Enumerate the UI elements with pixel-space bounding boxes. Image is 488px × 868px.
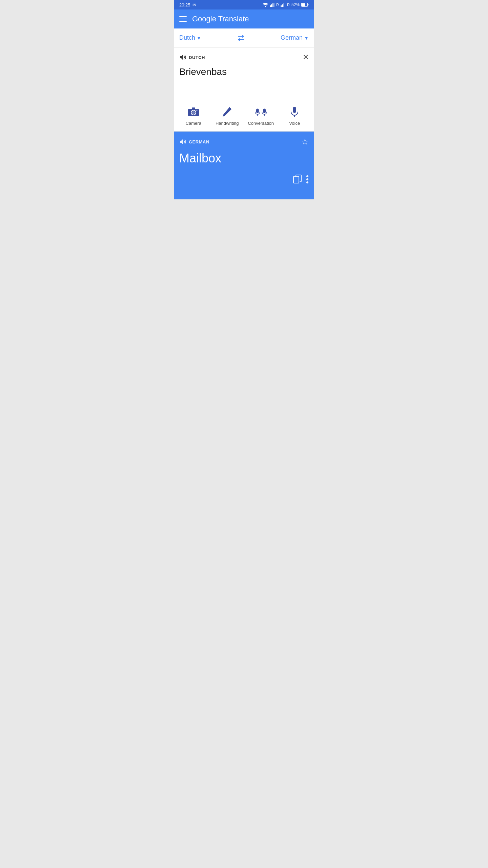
voice-tool[interactable]: Voice <box>278 106 312 126</box>
translation-text-display: Mailbox <box>179 151 309 166</box>
status-time: 20:25 <box>179 2 190 7</box>
input-speaker-button[interactable] <box>179 54 186 61</box>
app-title-google: Google <box>192 15 216 23</box>
handwriting-tool[interactable]: Handwriting <box>210 106 244 126</box>
status-right: R R 52% <box>263 2 309 7</box>
hamburger-line <box>179 21 187 22</box>
svg-point-15 <box>196 110 197 111</box>
wifi-icon <box>263 3 268 7</box>
more-options-button[interactable] <box>306 175 309 184</box>
input-text-display[interactable]: Brievenbas <box>179 66 309 78</box>
svg-rect-1 <box>270 5 271 7</box>
battery-percent: 52% <box>291 2 300 7</box>
status-left: 20:25 ✉ <box>179 2 196 7</box>
voice-label: Voice <box>289 121 300 126</box>
target-language-label: German <box>281 34 303 41</box>
conversation-icon <box>255 106 267 118</box>
language-bar: Dutch ▼ German ▼ <box>174 28 314 47</box>
svg-rect-18 <box>263 109 266 113</box>
svg-rect-7 <box>283 3 284 7</box>
svg-rect-14 <box>192 107 195 109</box>
hamburger-line <box>179 19 187 19</box>
hamburger-line <box>179 16 187 17</box>
app-bar: Google Translate <box>174 9 314 28</box>
signal2-label: R <box>287 3 290 7</box>
clear-input-button[interactable]: ✕ <box>303 53 309 62</box>
status-bar: 20:25 ✉ R <box>174 0 314 9</box>
translation-area: GERMAN ☆ Mailbox <box>174 132 314 199</box>
translation-label-row: GERMAN ☆ <box>179 137 309 146</box>
swap-languages-button[interactable] <box>236 35 246 41</box>
source-language-label: Dutch <box>179 34 195 41</box>
translation-language-text: GERMAN <box>189 139 209 144</box>
svg-point-23 <box>306 175 308 177</box>
translation-speaker-button[interactable] <box>179 138 186 145</box>
handwriting-icon <box>221 106 233 118</box>
camera-label: Camera <box>186 121 201 126</box>
tools-row: Camera Handwriting Conversation <box>174 102 314 132</box>
camera-icon <box>187 106 200 118</box>
menu-button[interactable] <box>179 16 187 22</box>
svg-rect-8 <box>285 3 285 7</box>
conversation-label: Conversation <box>248 121 274 126</box>
source-language-selector[interactable]: Dutch ▼ <box>179 34 201 41</box>
voice-icon <box>288 106 301 118</box>
svg-point-24 <box>306 178 308 180</box>
handwriting-label: Handwriting <box>216 121 239 126</box>
source-language-dropdown-arrow: ▼ <box>197 35 201 41</box>
svg-rect-2 <box>271 4 272 7</box>
signal1-label: R <box>276 3 279 7</box>
input-language-text: DUTCH <box>189 55 205 60</box>
svg-point-25 <box>306 181 308 183</box>
svg-rect-6 <box>282 4 283 7</box>
signal1-icon <box>270 3 274 7</box>
svg-point-13 <box>192 111 195 114</box>
conversation-tool[interactable]: Conversation <box>244 106 278 126</box>
target-language-selector[interactable]: German ▼ <box>281 34 309 41</box>
input-area: DUTCH ✕ Brievenbas <box>174 47 314 102</box>
svg-rect-4 <box>274 3 274 7</box>
svg-rect-3 <box>272 3 273 7</box>
svg-rect-16 <box>256 109 259 113</box>
app-title-translate: Translate <box>216 15 249 23</box>
copy-button[interactable] <box>293 175 302 184</box>
target-language-dropdown-arrow: ▼ <box>304 35 309 41</box>
battery-icon <box>301 3 309 7</box>
signal2-icon <box>281 3 285 7</box>
notification-icon: ✉ <box>192 2 196 7</box>
svg-rect-22 <box>293 176 299 183</box>
camera-tool[interactable]: Camera <box>177 106 210 126</box>
app-title: Google Translate <box>192 15 249 23</box>
translation-actions <box>179 175 309 184</box>
svg-rect-5 <box>281 5 282 7</box>
input-language-label: DUTCH <box>179 54 205 61</box>
svg-rect-20 <box>293 107 296 113</box>
svg-rect-10 <box>302 3 305 6</box>
svg-point-0 <box>265 6 266 7</box>
translation-language-label: GERMAN <box>179 138 209 145</box>
input-label-row: DUTCH ✕ <box>179 53 309 62</box>
favorite-button[interactable]: ☆ <box>301 137 309 146</box>
